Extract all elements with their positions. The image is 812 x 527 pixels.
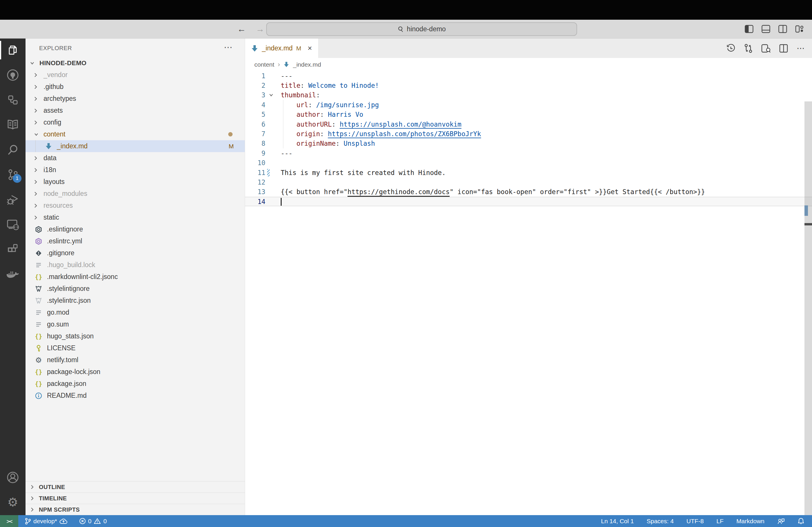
- tree-file-.markdownlint-cli2.jsonc[interactable]: {}.markdownlint-cli2.jsonc: [26, 271, 245, 283]
- tree-file-.eslintrc.yml[interactable]: .eslintrc.yml: [26, 235, 245, 247]
- tree-folder-config[interactable]: config: [26, 117, 245, 129]
- github-icon[interactable]: [0, 69, 26, 81]
- search-icon[interactable]: [0, 144, 26, 155]
- tree-file-README.md[interactable]: README.md: [26, 390, 245, 402]
- code-area[interactable]: 1---2title: Welcome to Hinode!3thumbnail…: [245, 71, 812, 515]
- tree-file-package-lock.json[interactable]: {}package-lock.json: [26, 366, 245, 378]
- forward-arrow-icon[interactable]: →: [256, 25, 264, 33]
- tree-file-_index.md[interactable]: _index.mdM: [26, 140, 245, 152]
- tree-root-hinode-demo[interactable]: HINODE-DEMO: [26, 57, 245, 69]
- notifications-bell-icon[interactable]: [798, 517, 804, 525]
- toggle-secondary-sidebar-icon[interactable]: [778, 25, 787, 33]
- tab-index-md[interactable]: _index.md M ×: [245, 39, 318, 58]
- project-hierarchy-icon[interactable]: [0, 94, 26, 106]
- tree-item-label: archetypes: [44, 95, 76, 103]
- line-text: origin: https://unsplash.com/photos/ZX6B…: [281, 130, 481, 138]
- text-cursor: [281, 198, 281, 206]
- breadcrumb-folder[interactable]: content: [254, 61, 274, 68]
- code-line-13[interactable]: 13{{< button href="https://gethinode.com…: [245, 187, 812, 197]
- explorer-icon[interactable]: [0, 44, 26, 56]
- editor-more-actions-icon[interactable]: ⋯: [797, 43, 806, 53]
- code-line-7[interactable]: 7 origin: https://unsplash.com/photos/ZX…: [245, 129, 812, 138]
- tree-folder-i18n[interactable]: i18n: [26, 164, 245, 176]
- tree-folder-data[interactable]: data: [26, 152, 245, 164]
- back-arrow-icon[interactable]: ←: [237, 25, 246, 33]
- customize-layout-icon[interactable]: [795, 25, 804, 33]
- code-line-12[interactable]: 12: [245, 177, 812, 187]
- open-changes-icon[interactable]: [744, 44, 753, 53]
- eol-sequence[interactable]: LF: [716, 518, 724, 525]
- line-text: title: Welcome to Hinode!: [281, 82, 379, 89]
- local-history-icon[interactable]: [726, 44, 735, 53]
- language-mode[interactable]: Markdown: [736, 518, 765, 525]
- tree-folder-content[interactable]: content: [26, 129, 245, 140]
- tree-file-hugo_stats.json[interactable]: {}hugo_stats.json: [26, 330, 245, 342]
- tree-file-.gitignore[interactable]: .gitignore: [26, 247, 245, 259]
- tree-folder-_vendor[interactable]: _vendor: [26, 69, 245, 81]
- code-line-3[interactable]: 3thumbnail:: [245, 90, 812, 100]
- tree-folder-archetypes[interactable]: archetypes: [26, 93, 245, 105]
- tree-item-label: assets: [44, 107, 63, 115]
- git-branch-item[interactable]: develop*: [25, 518, 68, 525]
- explorer-more-actions-icon[interactable]: ⋯: [224, 42, 233, 52]
- code-line-11[interactable]: 11This is my first site created with Hin…: [245, 168, 812, 177]
- sidebar-section-npm-scripts[interactable]: NPM SCRIPTS: [26, 504, 245, 515]
- toggle-sidebar-icon[interactable]: [745, 25, 753, 33]
- cursor-position[interactable]: Ln 14, Col 1: [601, 518, 634, 525]
- tree-folder-resources[interactable]: resources: [26, 200, 245, 211]
- code-line-8[interactable]: 8 originName: Unsplash: [245, 139, 812, 148]
- docker-icon[interactable]: [0, 269, 26, 280]
- fold-chevron-icon[interactable]: [269, 90, 274, 100]
- tree-file-go.mod[interactable]: go.mod: [26, 306, 245, 318]
- tab-bar: _index.md M × ⋯: [245, 39, 812, 58]
- code-line-4[interactable]: 4 url: /img/sunrise.jpg: [245, 100, 812, 109]
- feedback-icon[interactable]: [777, 518, 785, 525]
- tree-file-.stylelintignore[interactable]: .stylelintignore: [26, 283, 245, 295]
- encoding[interactable]: UTF-8: [686, 518, 704, 525]
- code-line-9[interactable]: 9---: [245, 148, 812, 158]
- tree-file-LICENSE[interactable]: LICENSE: [26, 342, 245, 354]
- line-text: originName: Unsplash: [281, 140, 375, 147]
- tree-file-.hugo_build.lock[interactable]: .hugo_build.lock: [26, 259, 245, 271]
- tree-file-.stylelintrc.json[interactable]: .stylelintrc.json: [26, 295, 245, 306]
- code-line-14[interactable]: 14: [245, 197, 812, 206]
- gutter: 9: [245, 148, 281, 158]
- open-preview-icon[interactable]: [761, 44, 770, 53]
- code-line-1[interactable]: 1---: [245, 71, 812, 80]
- tree-file-package.json[interactable]: {}package.json: [26, 378, 245, 390]
- code-line-2[interactable]: 2title: Welcome to Hinode!: [245, 80, 812, 90]
- extensions-icon[interactable]: [0, 244, 26, 255]
- breadcrumb-file[interactable]: _index.md: [293, 61, 321, 68]
- tree-item-label: static: [44, 213, 59, 221]
- tree-file-.eslintignore[interactable]: .eslintignore: [26, 223, 245, 235]
- tree-folder-.github[interactable]: .github: [26, 81, 245, 93]
- modified-dot-badge: [228, 132, 233, 136]
- settings-gear-icon[interactable]: ⚙: [0, 497, 26, 508]
- accounts-icon[interactable]: [0, 472, 26, 483]
- sidebar-section-outline[interactable]: OUTLINE: [26, 481, 245, 493]
- chevron-right-icon: [34, 167, 42, 173]
- toggle-panel-icon[interactable]: [762, 25, 770, 33]
- tree-folder-node_modules[interactable]: node_modules: [26, 188, 245, 200]
- tree-file-go.sum[interactable]: go.sum: [26, 318, 245, 330]
- source-control-icon[interactable]: 1: [0, 169, 26, 180]
- section-label: OUTLINE: [39, 484, 65, 491]
- tree-file-netlify.toml[interactable]: ⚙netlify.toml: [26, 354, 245, 366]
- editor-scrollbar[interactable]: [804, 101, 812, 515]
- code-line-6[interactable]: 6 authorURL: https://unsplash.com/@hoanv…: [245, 119, 812, 129]
- sidebar-section-timeline[interactable]: TIMELINE: [26, 493, 245, 504]
- tree-folder-assets[interactable]: assets: [26, 105, 245, 117]
- problems-item[interactable]: 0 0: [79, 518, 107, 525]
- remote-indicator[interactable]: ><: [0, 515, 18, 527]
- tab-close-icon[interactable]: ×: [308, 44, 312, 53]
- code-line-5[interactable]: 5 author: Harris Vo: [245, 110, 812, 119]
- tree-folder-layouts[interactable]: layouts: [26, 176, 245, 188]
- tree-folder-static[interactable]: static: [26, 211, 245, 223]
- command-center-search[interactable]: hinode-demo: [266, 22, 577, 36]
- code-line-10[interactable]: 10: [245, 158, 812, 168]
- run-debug-icon[interactable]: [0, 194, 26, 206]
- docs-book-icon[interactable]: [0, 119, 26, 131]
- split-editor-icon[interactable]: [779, 44, 788, 53]
- remote-explorer-icon[interactable]: [0, 219, 26, 230]
- indentation[interactable]: Spaces: 4: [647, 518, 674, 525]
